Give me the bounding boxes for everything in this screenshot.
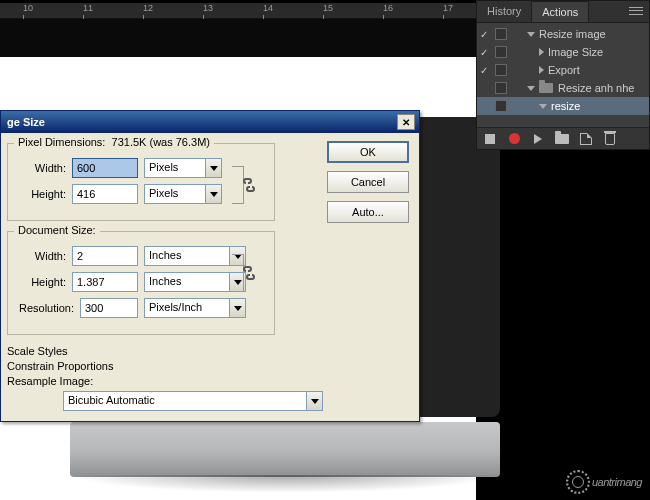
panel-menu-icon[interactable] xyxy=(627,4,645,18)
action-step-row[interactable]: Export xyxy=(477,61,649,79)
chevron-down-icon[interactable] xyxy=(230,298,246,318)
horizontal-ruler: 10 11 12 13 14 15 16 17 xyxy=(0,3,476,19)
document-size-group: Document Size: Width: Inches Height: Inc… xyxy=(7,231,275,335)
px-width-unit-select[interactable]: Pixels xyxy=(144,158,206,178)
pixel-dimensions-value: 731.5K (was 76.3M) xyxy=(112,136,210,148)
action-step-row[interactable]: Image Size xyxy=(477,43,649,61)
doc-width-unit-select[interactable]: Inches xyxy=(144,246,230,266)
document-size-label: Document Size: xyxy=(14,224,100,236)
record-icon[interactable] xyxy=(507,132,521,146)
action-set-row[interactable]: Resize anh nhe xyxy=(477,79,649,97)
scale-styles-checkbox[interactable]: Scale Styles xyxy=(7,345,411,357)
resample-image-checkbox[interactable]: Resample Image: xyxy=(7,375,411,387)
laptop-shadow xyxy=(70,475,500,493)
new-action-icon[interactable] xyxy=(579,132,593,146)
doc-width-label: Width: xyxy=(16,250,72,262)
auto-button[interactable]: Auto... xyxy=(327,201,409,223)
tab-history[interactable]: History xyxy=(477,1,531,22)
pixel-dimensions-group: Pixel Dimensions: 731.5K (was 76.3M) Wid… xyxy=(7,143,275,221)
toggle-dialog-icon[interactable] xyxy=(495,28,507,40)
resolution-label: Resolution: xyxy=(16,302,80,314)
action-set-row[interactable]: Resize image xyxy=(477,25,649,43)
new-set-folder-icon[interactable] xyxy=(555,132,569,146)
px-height-unit-select[interactable]: Pixels xyxy=(144,184,206,204)
toggle-dialog-icon[interactable] xyxy=(495,100,507,112)
px-width-input[interactable] xyxy=(72,158,138,178)
watermark: uantrimang xyxy=(566,470,642,494)
chevron-down-icon[interactable] xyxy=(206,184,222,204)
dialog-titlebar[interactable]: ge Size ✕ xyxy=(1,111,419,133)
doc-height-input[interactable] xyxy=(72,272,138,292)
resolution-unit-select[interactable]: Pixels/Inch xyxy=(144,298,230,318)
doc-width-input[interactable] xyxy=(72,246,138,266)
ok-button[interactable]: OK xyxy=(327,141,409,163)
tab-actions[interactable]: Actions xyxy=(531,1,589,22)
play-icon[interactable] xyxy=(531,132,545,146)
toggle-dialog-icon[interactable] xyxy=(495,64,507,76)
actions-panel: History Actions Resize image Image Size … xyxy=(476,0,650,150)
folder-icon xyxy=(539,83,553,93)
resample-method-select[interactable]: Bicubic Automatic xyxy=(63,391,307,411)
action-row[interactable]: resize xyxy=(477,97,649,115)
stop-icon[interactable] xyxy=(483,132,497,146)
resolution-input[interactable] xyxy=(80,298,138,318)
trash-icon[interactable] xyxy=(603,132,617,146)
disclosure-right-icon[interactable] xyxy=(539,48,544,56)
check-icon[interactable] xyxy=(477,29,491,40)
disclosure-down-icon[interactable] xyxy=(527,32,535,37)
disclosure-down-icon[interactable] xyxy=(527,86,535,91)
toggle-dialog-icon[interactable] xyxy=(495,82,507,94)
doc-height-unit-select[interactable]: Inches xyxy=(144,272,230,292)
disclosure-down-icon[interactable] xyxy=(539,104,547,109)
constrain-link-icon[interactable] xyxy=(242,265,256,281)
constrain-proportions-checkbox[interactable]: Constrain Proportions xyxy=(7,360,411,372)
constrain-link-icon[interactable] xyxy=(242,177,256,193)
check-icon[interactable] xyxy=(477,65,491,76)
disclosure-right-icon[interactable] xyxy=(539,66,544,74)
chevron-down-icon[interactable] xyxy=(206,158,222,178)
px-height-input[interactable] xyxy=(72,184,138,204)
watermark-logo-icon xyxy=(566,470,590,494)
toggle-dialog-icon[interactable] xyxy=(495,46,507,58)
px-height-label: Height: xyxy=(16,188,72,200)
image-size-dialog: ge Size ✕ OK Cancel Auto... Pixel Dimens… xyxy=(0,110,420,422)
px-width-label: Width: xyxy=(16,162,72,174)
actions-tree: Resize image Image Size Export Resize an… xyxy=(477,23,649,115)
doc-height-label: Height: xyxy=(16,276,72,288)
dialog-title: ge Size xyxy=(5,116,45,128)
close-icon[interactable]: ✕ xyxy=(397,114,415,130)
check-icon[interactable] xyxy=(477,47,491,58)
cancel-button[interactable]: Cancel xyxy=(327,171,409,193)
pixel-dimensions-label: Pixel Dimensions: xyxy=(18,136,105,148)
laptop-base-image xyxy=(70,422,500,477)
chevron-down-icon[interactable] xyxy=(307,391,323,411)
